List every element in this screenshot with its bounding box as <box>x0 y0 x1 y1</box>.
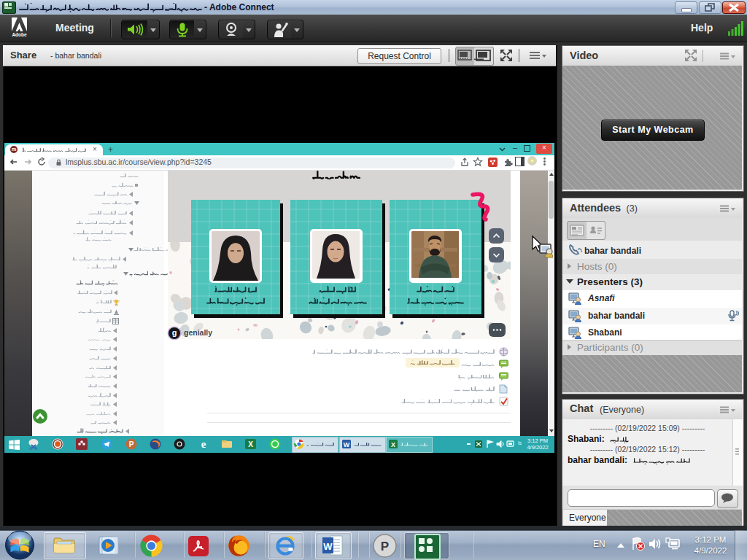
svg-text:P: P <box>381 540 389 553</box>
svg-text:W: W <box>323 541 333 552</box>
svg-text:X: X <box>391 441 395 448</box>
svg-text:W: W <box>344 441 350 448</box>
svg-text:e: e <box>201 438 206 450</box>
svg-text:P: P <box>129 440 134 448</box>
svg-text:Adobe: Adobe <box>12 32 27 37</box>
svg-text:X: X <box>248 440 253 448</box>
